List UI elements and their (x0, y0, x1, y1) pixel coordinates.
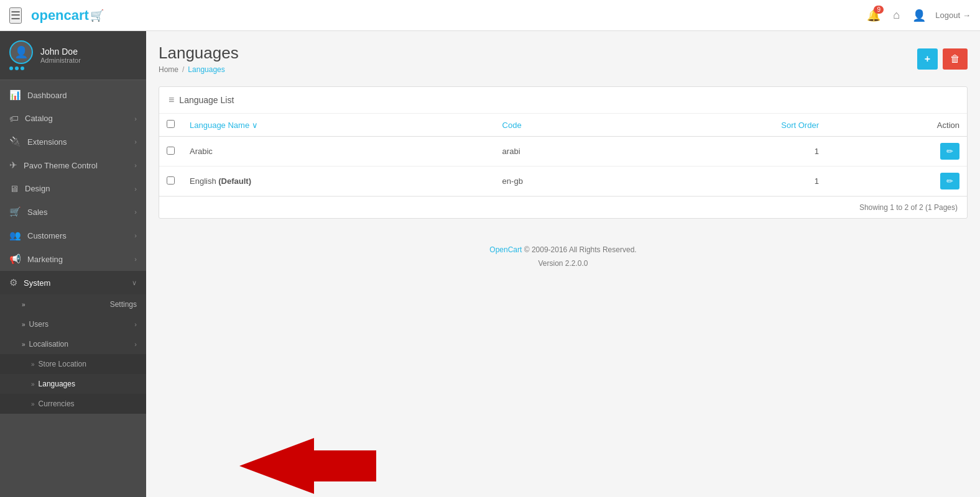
action-cell: ✏ (826, 137, 967, 166)
pavo-icon: ✈ (9, 160, 17, 171)
sidebar-item-label: Customers (27, 231, 67, 240)
th-code: Code (495, 114, 629, 137)
table-body: Arabic arabi 1 ✏ (159, 137, 967, 196)
currencies-label: Currencies (39, 399, 75, 408)
marketing-icon: 📢 (9, 253, 21, 265)
user-role: Administrator (40, 57, 81, 64)
content-area: Languages Home / Languages + 🗑 (146, 31, 980, 497)
sales-icon: 🛒 (9, 206, 21, 217)
row-checkbox-cell (159, 166, 182, 196)
sidebar-item-sales[interactable]: 🛒 Sales › (0, 200, 146, 224)
sidebar-item-currencies[interactable]: » Currencies (0, 394, 146, 414)
double-arrow-icon: » (31, 401, 35, 408)
table-row: Arabic arabi 1 ✏ (159, 137, 967, 166)
sidebar-menu: 📊 Dashboard 🏷 Catalog › 🔌 (0, 80, 146, 497)
chevron-down-icon: ∨ (132, 279, 137, 287)
list-icon: ≡ (169, 94, 174, 106)
double-arrow-icon: » (31, 361, 35, 368)
row-checkbox[interactable] (167, 147, 175, 155)
logout-button[interactable]: Logout → (935, 11, 971, 20)
sidebar-item-label: Design (25, 184, 50, 193)
system-submenu: » Settings » Users › » (0, 294, 146, 414)
sidebar-item-system[interactable]: ⚙ System ∨ » Settings » (0, 271, 146, 414)
logout-icon: → (963, 11, 971, 20)
select-all-checkbox[interactable] (167, 120, 175, 128)
home-icon: ⌂ (893, 9, 900, 21)
breadcrumb-home: Home (159, 65, 178, 74)
th-language-name[interactable]: Language Name ∨ (182, 114, 495, 137)
user-info: John Doe Administrator (40, 47, 81, 64)
sidebar-item-label: Marketing (27, 255, 63, 264)
language-list-card: ≡ Language List Language Name ∨ Code (159, 86, 968, 219)
sidebar-item-design[interactable]: 🖥 Design › (0, 177, 146, 200)
avatar-image: 👤 (9, 40, 33, 64)
sidebar-item-label: Extensions (27, 137, 67, 147)
sidebar-item-label: System (24, 278, 50, 288)
code-cell: en-gb (495, 166, 629, 196)
page-footer: OpenCart © 2009-2016 All Rights Reserved… (159, 231, 968, 283)
chevron-right-icon: › (134, 162, 137, 169)
row-checkbox[interactable] (167, 176, 175, 185)
double-arrow-icon: » (22, 321, 25, 328)
home-button[interactable]: ⌂ (890, 6, 903, 25)
chevron-right-icon: › (134, 208, 137, 216)
sidebar-item-pavo[interactable]: ✈ Pavo Theme Control › (0, 153, 146, 177)
top-navbar: ☰ opencart 🛒 🔔 9 ⌂ 👤 Logout → (0, 0, 980, 31)
sidebar-item-catalog[interactable]: 🏷 Catalog › (0, 107, 146, 130)
navbar-left: ☰ opencart 🛒 (9, 7, 104, 24)
chevron-right-icon: › (134, 115, 137, 122)
page-title: Languages (159, 43, 239, 63)
add-button[interactable]: + (917, 48, 938, 70)
languages-label: Languages (39, 380, 75, 388)
hamburger-button[interactable]: ☰ (9, 7, 22, 24)
sidebar-item-localisation[interactable]: » Localisation › » Store Location (0, 334, 146, 414)
table-row: English (Default) en-gb 1 ✏ (159, 166, 967, 196)
double-arrow-icon: » (22, 341, 25, 348)
logo: opencart 🛒 (31, 7, 104, 24)
page-title-area: Languages Home / Languages (159, 43, 239, 74)
table-header: Language Name ∨ Code Sort Order Action (159, 114, 967, 137)
sidebar: 👤 John Doe Administrator 📊 Dashboard (0, 31, 146, 497)
store-location-label: Store Location (39, 360, 86, 368)
delete-button[interactable]: 🗑 (943, 48, 968, 70)
sidebar-item-extensions[interactable]: 🔌 Extensions › (0, 130, 146, 153)
design-icon: 🖥 (9, 183, 19, 194)
sidebar-item-users[interactable]: » Users › (0, 314, 146, 334)
action-cell: ✏ (826, 166, 967, 196)
edit-button[interactable]: ✏ (940, 173, 959, 189)
code-cell: arabi (495, 137, 629, 166)
opencart-link[interactable]: OpenCart (489, 245, 522, 254)
profile-button[interactable]: 👤 (909, 6, 929, 25)
sidebar-item-dashboard[interactable]: 📊 Dashboard (0, 83, 146, 107)
breadcrumb-current: Languages (188, 65, 224, 74)
chevron-right-icon: › (134, 138, 137, 145)
table-wrapper: Language Name ∨ Code Sort Order Action (159, 114, 967, 196)
page-actions: + 🗑 (917, 48, 968, 70)
notifications-button[interactable]: 🔔 9 (864, 6, 884, 25)
double-arrow-icon: » (22, 301, 25, 308)
sidebar-item-label: Catalog (25, 114, 53, 123)
sidebar-item-customers[interactable]: 👥 Customers › (0, 224, 146, 247)
sidebar-item-label: Sales (27, 207, 48, 217)
breadcrumb: Home / Languages (159, 65, 239, 74)
content-wrapper: Languages Home / Languages + 🗑 (146, 31, 980, 497)
sidebar-item-store-location[interactable]: » Store Location (0, 354, 146, 374)
footer-line2: Version 2.2.0.0 (171, 257, 955, 271)
card-title: Language List (179, 95, 234, 105)
logo-text: opencart (31, 7, 89, 24)
sidebar-item-languages[interactable]: » Languages (0, 374, 146, 394)
avatar: 👤 (9, 40, 33, 70)
th-checkbox (159, 114, 182, 137)
th-action: Action (826, 114, 967, 137)
customers-icon: 👥 (9, 230, 21, 241)
localisation-submenu: » Store Location » Languages (0, 354, 146, 414)
language-name-cell: Arabic (182, 137, 495, 166)
footer-line1: OpenCart © 2009-2016 All Rights Reserved… (171, 244, 955, 257)
card-header: ≡ Language List (159, 87, 967, 114)
sidebar-item-marketing[interactable]: 📢 Marketing › (0, 247, 146, 271)
sort-order-cell: 1 (629, 137, 826, 166)
edit-button[interactable]: ✏ (940, 143, 959, 160)
sidebar-item-settings[interactable]: » Settings (0, 294, 146, 314)
system-icon: ⚙ (9, 277, 17, 288)
page-header: Languages Home / Languages + 🗑 (159, 43, 968, 74)
